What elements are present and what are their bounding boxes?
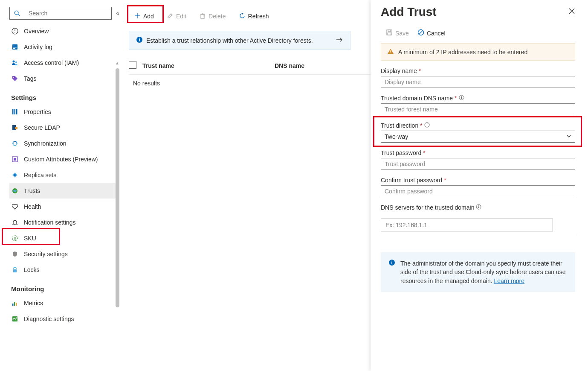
confirm-password-label: Confirm trust password*: [381, 177, 575, 184]
svg-rect-64: [391, 262, 392, 265]
collapse-sidebar-icon[interactable]: «: [116, 10, 119, 17]
svg-rect-7: [13, 47, 17, 47]
svg-rect-13: [14, 109, 16, 114]
refresh-label: Refresh: [248, 13, 269, 20]
dns-servers-label: DNS servers for the trusted domain: [381, 204, 575, 211]
sidebar-item-trusts[interactable]: Trusts: [9, 183, 119, 199]
sidebar-item-notification-settings[interactable]: Notification settings: [9, 214, 119, 230]
sidebar-item-diagnostic-settings[interactable]: Diagnostic settings: [9, 311, 119, 327]
svg-rect-6: [13, 46, 17, 46]
select-all-checkbox[interactable]: [129, 61, 136, 69]
nav-label: Replica sets: [24, 172, 56, 178]
custom-attributes-icon: [11, 155, 19, 163]
add-label: Add: [143, 13, 154, 20]
cancel-button[interactable]: Cancel: [417, 29, 446, 37]
metrics-icon: [11, 299, 19, 307]
locks-icon: [11, 266, 19, 274]
nav-label: Metrics: [24, 300, 43, 307]
trust-password-input[interactable]: [381, 158, 575, 170]
sidebar-item-access-control[interactable]: Access control (IAM): [9, 55, 119, 70]
sku-icon: $: [11, 234, 19, 242]
select-value: Two-way: [385, 133, 408, 140]
sidebar-item-security-settings[interactable]: Security settings: [9, 246, 119, 262]
col-trust-name[interactable]: Trust name: [142, 62, 275, 69]
save-icon: [386, 29, 393, 37]
nav-label: Health: [24, 203, 41, 210]
svg-rect-14: [16, 109, 17, 114]
dns-name-input[interactable]: [381, 103, 575, 115]
banner-text: Establish a trust relationship with othe…: [146, 37, 336, 44]
svg-rect-8: [13, 48, 15, 49]
sidebar-item-replica-sets[interactable]: Replica sets: [9, 167, 119, 183]
panel-title: Add Trust: [381, 5, 437, 19]
svg-marker-39: [242, 13, 243, 15]
col-dns-name[interactable]: DNS name: [275, 62, 304, 69]
svg-rect-12: [12, 109, 14, 114]
svg-rect-62: [478, 207, 479, 208]
info-icon[interactable]: [476, 204, 481, 211]
learn-more-link[interactable]: Learn more: [494, 278, 524, 284]
sidebar-item-secure-ldap[interactable]: Secure LDAP: [9, 120, 119, 135]
sidebar-item-activity-log[interactable]: Activity log: [9, 39, 119, 55]
sidebar-item-synchronization[interactable]: Synchronization: [9, 135, 119, 151]
close-icon[interactable]: [568, 8, 575, 16]
nav-label: SKU: [24, 235, 36, 242]
display-name-input[interactable]: [381, 76, 575, 88]
svg-rect-41: [139, 39, 140, 42]
info-box: The administrator of the domain you spec…: [381, 252, 575, 292]
sidebar-item-custom-attributes[interactable]: Custom Attributes (Preview): [9, 151, 119, 167]
sidebar-item-properties[interactable]: Properties: [9, 104, 119, 120]
svg-point-11: [13, 77, 14, 78]
confirm-password-input[interactable]: [381, 185, 575, 197]
sidebar-item-health[interactable]: Health: [9, 199, 119, 214]
svg-point-55: [461, 96, 462, 97]
info-icon[interactable]: [459, 95, 464, 102]
sidebar-item-tags[interactable]: Tags: [9, 70, 119, 86]
svg-point-0: [14, 11, 18, 15]
nav-label: Notification settings: [24, 219, 75, 226]
info-icon[interactable]: [424, 122, 430, 129]
replica-sets-icon: [11, 171, 19, 179]
dns-name-label: Trusted domain DNS name*: [381, 95, 575, 102]
search-icon: [13, 9, 21, 17]
refresh-icon: [239, 12, 246, 20]
edit-button: Edit: [162, 9, 191, 24]
sidebar-item-metrics[interactable]: Metrics: [9, 295, 119, 311]
section-monitoring-header: Monitoring: [9, 278, 119, 295]
pencil-icon: [167, 12, 174, 20]
nav-label: Security settings: [24, 251, 68, 257]
trust-password-label: Trust password*: [381, 149, 575, 156]
save-label: Save: [395, 30, 409, 37]
svg-point-4: [14, 32, 15, 33]
sidebar: « Overview Activity log Access control (…: [0, 0, 119, 371]
svg-point-10: [15, 61, 17, 63]
scrollbar-thumb[interactable]: [116, 68, 119, 307]
svg-rect-56: [461, 97, 462, 99]
svg-line-50: [419, 31, 423, 34]
nav-label: Secure LDAP: [24, 124, 60, 131]
trust-direction-label: Trust direction*: [381, 122, 575, 129]
health-icon: [11, 203, 19, 210]
nav-label: Diagnostic settings: [24, 315, 74, 322]
sidebar-item-sku[interactable]: $ SKU: [9, 230, 119, 246]
svg-rect-48: [388, 33, 391, 35]
trust-direction-select[interactable]: Two-way: [381, 131, 575, 143]
synchronization-icon: [11, 140, 19, 147]
info-icon: [388, 259, 395, 285]
svg-rect-20: [14, 158, 16, 161]
diagnostic-icon: [11, 315, 19, 323]
sidebar-search[interactable]: [9, 7, 112, 20]
nav-label: Properties: [24, 108, 51, 115]
sidebar-item-locks[interactable]: Locks: [9, 262, 119, 278]
sidebar-item-overview[interactable]: Overview: [9, 23, 119, 39]
nav-label: Locks: [24, 266, 40, 273]
cancel-icon: [417, 29, 424, 37]
add-button[interactable]: Add: [129, 9, 159, 24]
info-banner[interactable]: Establish a trust relationship with othe…: [129, 31, 350, 50]
info-icon: [136, 36, 143, 44]
dns-server-input[interactable]: [381, 219, 553, 231]
trash-icon: [199, 12, 206, 20]
refresh-button[interactable]: Refresh: [234, 9, 274, 24]
search-input[interactable]: [29, 10, 108, 17]
nav-label: Activity log: [24, 44, 52, 50]
